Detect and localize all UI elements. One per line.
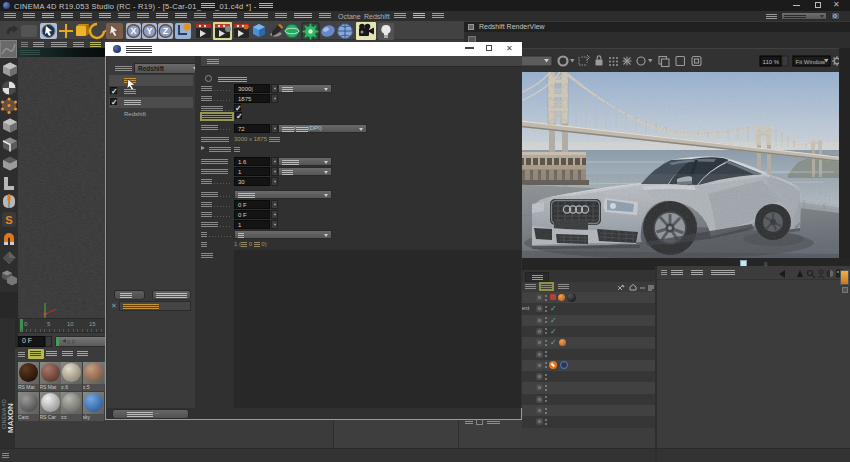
svg-text:Z: Z xyxy=(163,26,169,36)
svg-text:CINEMA 4D: CINEMA 4D xyxy=(1,399,7,429)
svg-text:S: S xyxy=(5,214,12,226)
svg-text:Y: Y xyxy=(146,26,152,36)
svg-text:X: X xyxy=(130,26,136,36)
svg-text:MAXON: MAXON xyxy=(6,403,15,433)
svg-text:Fit Window: Fit Window xyxy=(796,59,826,65)
svg-text:110 %: 110 % xyxy=(763,59,780,65)
